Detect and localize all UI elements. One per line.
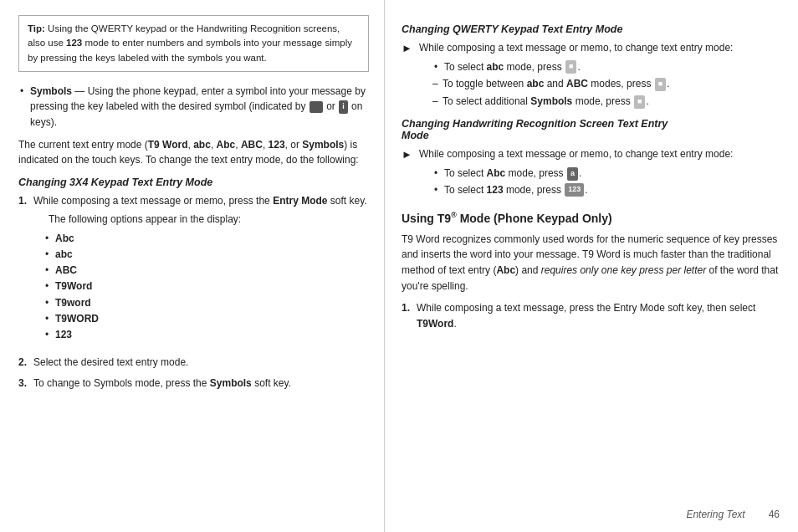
step1-content: While composing a text message or memo, … [33, 193, 369, 350]
section2-heading: Changing QWERTY Keypad Text Entry Mode [402, 23, 780, 35]
arrow-icon-handwriting: ► [402, 148, 412, 161]
abc-bold: abc [193, 139, 211, 151]
step1-subpara: The following options appear in the disp… [49, 212, 369, 228]
footer-page: 46 [769, 509, 780, 520]
handwriting-sub-list: To select Abc mode, press a. To select 1… [434, 166, 780, 197]
qwerty-dash2: To select additional Symbols mode, press… [419, 94, 780, 110]
step3-num: 3. [18, 376, 33, 391]
option-abc: Abc [45, 231, 369, 247]
option-abc-lower: abc [45, 247, 369, 263]
option-T9word: T9word [45, 295, 369, 311]
symbols-bullet-list: Symbols — Using the phone keypad, enter … [18, 84, 369, 130]
qwerty-ABC-bold: ABC [566, 78, 588, 90]
qwerty-abc-icon: ■ [565, 60, 576, 74]
tip-bold1: 123 [66, 38, 82, 48]
qwerty-symbols-bold: Symbols [530, 95, 572, 107]
step2: 2. Select the desired text entry mode. [18, 355, 369, 371]
qwerty-toggle-icon: ■ [655, 78, 666, 91]
Abc-bold: Abc [217, 139, 236, 151]
section4-heading: Using T9® Mode (Phone Keypad Only) [402, 211, 780, 225]
t9-intro-para: T9 Word recognizes commonly used words f… [402, 232, 780, 294]
handwriting-Abc-bold: Abc [487, 167, 506, 179]
handwriting-arrow-text: While composing a text message or memo, … [419, 148, 734, 160]
arrow-icon-qwerty: ► [402, 42, 412, 54]
right-column: Changing QWERTY Keypad Text Entry Mode ►… [385, 0, 798, 532]
qwerty-sub-list: To select abc mode, press ■. [434, 59, 780, 75]
handwriting-Abc-item: To select Abc mode, press a. [434, 166, 780, 182]
footer: Entering Text 46 [686, 509, 780, 520]
t9-Abc-bold: Abc [496, 264, 515, 276]
qwerty-arrow-item: ► While composing a text message or memo… [402, 40, 780, 110]
qwerty-abc-bold: abc [487, 61, 504, 73]
left-column: Tip: Using the QWERTY keypad or the Hand… [0, 0, 385, 532]
modes-bold: T9 Word [148, 139, 188, 151]
options-list: Abc abc ABC T9Word T9word T9WORD 123 [45, 231, 369, 343]
footer-label: Entering Text [686, 509, 744, 520]
section3-heading1: Changing Handwriting Recognition Screen … [402, 118, 668, 130]
handwriting-123-bold: 123 [487, 184, 504, 196]
symbols-text: — Using the phone keypad, enter a symbol… [30, 85, 366, 128]
section3-heading: Changing Handwriting Recognition Screen … [402, 118, 780, 141]
qwerty-arrow-content: While composing a text message or memo, … [419, 40, 780, 110]
qwerty-abc-item: To select abc mode, press ■. [434, 59, 780, 75]
intro-paragraph: The current text entry mode (T9 Word, ab… [18, 137, 369, 168]
tip-box: Tip: Using the QWERTY keypad or the Hand… [18, 15, 369, 72]
step3-content: To change to Symbols mode, press the Sym… [33, 376, 369, 391]
entry-mode-bold: Entry Mode [273, 195, 327, 207]
qwerty-arrow-text: While composing a text message or memo, … [419, 42, 734, 54]
t9-step1: 1. While composing a text message, press… [402, 300, 780, 331]
step2-num: 2. [18, 355, 33, 371]
section1-heading: Changing 3X4 Keypad Text Entry Mode [18, 176, 369, 188]
symbol-icon1 [309, 101, 323, 113]
step-list-3x4: 1. While composing a text message or mem… [18, 193, 369, 391]
option-T9WORD: T9WORD [45, 311, 369, 327]
handwriting-arrow-item: ► While composing a text message or memo… [402, 146, 780, 199]
option-T9Word: T9Word [45, 279, 369, 294]
registered-symbol: ® [451, 211, 457, 219]
Symbols-bold: Symbols [302, 139, 344, 151]
t9-step1-content: While composing a text message, press th… [417, 300, 780, 331]
option-123: 123 [45, 327, 369, 343]
step1: 1. While composing a text message or mem… [18, 193, 369, 350]
handwriting-arrow-content: While composing a text message or memo, … [419, 146, 780, 199]
qwerty-dash1: To toggle between abc and ABC modes, pre… [419, 76, 780, 92]
step3: 3. To change to Symbols mode, press the … [18, 376, 369, 391]
symbols-key-bold: Symbols [210, 377, 252, 389]
step1-num: 1. [18, 193, 33, 350]
tip-label: Tip: [28, 23, 45, 33]
t9-italic: requires only one key press per letter [541, 264, 706, 276]
handwriting-123-item: To select 123 mode, press 123. [434, 182, 780, 198]
t9word-bold: T9Word [417, 318, 453, 330]
symbol-icon2: i [339, 100, 348, 114]
123-bold: 123 [269, 139, 285, 151]
symbols-bullet-item: Symbols — Using the phone keypad, enter … [18, 84, 369, 130]
handwriting-abc-icon: a [567, 167, 578, 181]
option-ABC: ABC [45, 263, 369, 279]
t9-step-list: 1. While composing a text message, press… [402, 300, 780, 331]
section3-heading2: Mode [402, 130, 429, 141]
step2-content: Select the desired text entry mode. [33, 355, 369, 371]
ABC-bold: ABC [241, 139, 263, 151]
symbols-bold: Symbols [30, 85, 72, 97]
qwerty-abc-bold2: abc [527, 78, 545, 90]
t9-step1-num: 1. [402, 300, 417, 331]
handwriting-123-icon: 123 [565, 183, 584, 197]
qwerty-symbols-icon: ■ [634, 95, 645, 109]
